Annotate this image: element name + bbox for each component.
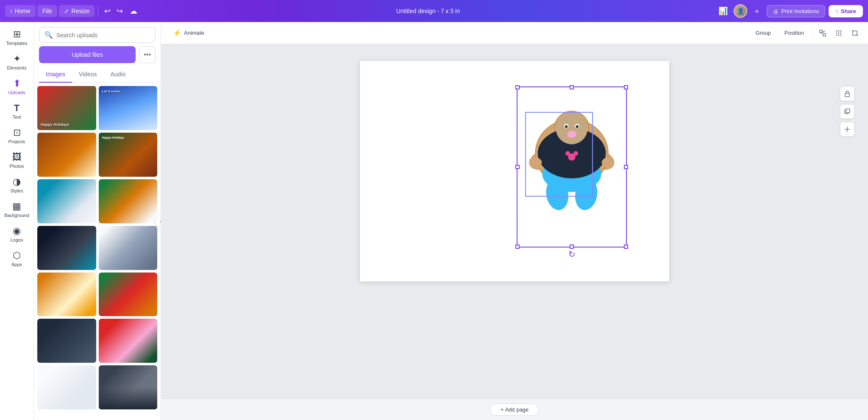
svg-point-29 (556, 112, 588, 144)
add-collaborator-button[interactable]: ＋ (751, 3, 763, 19)
animate-button[interactable]: ⚡ Animate (168, 26, 209, 39)
position-button[interactable]: Position (779, 27, 809, 39)
photos-icon: 🖼 (12, 153, 22, 162)
toolbar-right: Group Position (751, 27, 861, 39)
svg-rect-11 (845, 93, 849, 97)
undo-redo-group: ↩ ↪ (102, 4, 125, 18)
sidebar-item-projects[interactable]: ⊡ Projects (0, 124, 33, 148)
crop-icon (851, 29, 859, 37)
upload-thumbnail-13[interactable] (37, 365, 96, 409)
duplicate-button[interactable] (840, 104, 854, 119)
upload-thumbnail-8[interactable] (99, 226, 158, 270)
background-label: Background (4, 213, 29, 218)
upload-files-button[interactable]: Upload files (39, 46, 136, 63)
home-label: Home (15, 8, 31, 14)
crop-icon-button[interactable] (849, 27, 861, 39)
resize-button[interactable]: ⤢ Resize (59, 5, 95, 17)
lock-icon (844, 90, 851, 97)
design-title-area: Untitled design - 7 x 5 in (396, 8, 460, 14)
group-button[interactable]: Group (751, 27, 776, 39)
sidebar-item-uploads[interactable]: ⬆ Uploads (0, 75, 33, 99)
upload-thumbnail-7[interactable] (37, 226, 96, 270)
cloud-save-button[interactable]: ☁ (127, 4, 140, 18)
undo-button[interactable]: ↩ (102, 4, 113, 18)
upload-thumbnail-14[interactable] (99, 365, 158, 409)
templates-label: Templates (6, 41, 27, 46)
upload-thumbnail-12[interactable] (99, 319, 158, 363)
search-input[interactable] (56, 32, 150, 39)
svg-point-10 (840, 34, 842, 36)
tab-audio[interactable]: Audio (103, 67, 132, 83)
text-label: Text (12, 114, 21, 120)
uploads-panel: 🔍 Upload files ••• Images Videos Audio (34, 22, 161, 420)
upload-thumbnail-11[interactable] (37, 319, 96, 363)
thumb-content-2: Let it snow... (99, 86, 158, 130)
upload-thumbnail-10[interactable] (99, 273, 158, 317)
cookie-element[interactable] (517, 87, 626, 247)
apps-icon: ⬡ (13, 251, 21, 260)
sidebar-item-photos[interactable]: 🖼 Photos (0, 148, 33, 173)
canvas-page[interactable]: ↻ (360, 61, 669, 281)
upload-thumbnail-4[interactable]: Happy Holidays (99, 133, 158, 177)
tab-images[interactable]: Images (39, 67, 72, 83)
svg-point-5 (836, 32, 837, 33)
search-icon: 🔍 (45, 31, 53, 39)
thumb-content-10 (99, 273, 158, 317)
share-icon: ↑ (835, 8, 838, 14)
search-box[interactable]: 🔍 (39, 27, 156, 43)
add-page-button[interactable]: + Add page (490, 403, 539, 416)
home-chevron-icon: ‹ (10, 8, 12, 14)
svg-point-34 (567, 131, 576, 138)
svg-point-35 (531, 158, 542, 167)
svg-point-7 (840, 32, 842, 33)
thumb-content-13 (37, 365, 96, 409)
add-icon (844, 126, 851, 133)
share-button[interactable]: ↑ Share (829, 5, 863, 17)
user-avatar[interactable]: 👤 (734, 4, 747, 18)
svg-point-2 (836, 30, 837, 31)
sidebar-item-templates[interactable]: ⊞ Templates (0, 25, 33, 50)
animate-label: Animate (184, 30, 204, 36)
sidebar-item-background[interactable]: ▦ Background (0, 197, 33, 222)
uploads-icon: ⬆ (13, 79, 21, 88)
animate-icon: ⚡ (173, 29, 181, 37)
sidebar-item-styles[interactable]: ◑ Styles (0, 173, 33, 197)
sidebar-icons: ⊞ Templates ✦ Elements ⬆ Uploads T Text … (0, 22, 34, 420)
tab-videos[interactable]: Videos (72, 67, 104, 83)
logos-label: Logos (11, 237, 23, 242)
file-button[interactable]: File (37, 5, 57, 17)
upload-thumbnail-6[interactable] (99, 179, 158, 223)
svg-rect-1 (823, 33, 826, 36)
design-title: Untitled design - 7 x 5 in (396, 8, 460, 14)
thumb-content-4: Happy Holidays (99, 133, 158, 177)
dots-grid-icon-button[interactable] (832, 27, 845, 39)
rotate-handle[interactable]: ↻ (568, 249, 576, 259)
arrange-icon-button[interactable] (816, 27, 829, 39)
sidebar-item-elements[interactable]: ✦ Elements (0, 50, 33, 75)
sidebar-item-logos[interactable]: ◉ Logos (0, 222, 33, 247)
canvas-scroll[interactable]: ↻ (161, 44, 868, 399)
lock-button[interactable] (840, 86, 854, 101)
upload-btn-label: Upload files (72, 51, 103, 58)
canvas-toolbar: ⚡ Animate Group Position (161, 22, 868, 44)
thumb-content-9 (37, 273, 96, 317)
upload-thumbnail-3[interactable] (37, 133, 96, 177)
upload-thumbnail-2[interactable]: Let it snow... (99, 86, 158, 130)
upload-more-button[interactable]: ••• (139, 46, 156, 63)
analytics-button[interactable]: 📊 (716, 4, 730, 18)
add-element-button[interactable] (840, 122, 854, 136)
svg-point-32 (565, 125, 568, 128)
print-invitations-button[interactable]: 🖨 Print Invitations (767, 5, 825, 17)
upload-thumbnail-5[interactable] (37, 179, 96, 223)
redo-button[interactable]: ↪ (114, 4, 125, 18)
home-button[interactable]: ‹ Home (5, 5, 36, 17)
svg-point-36 (602, 158, 613, 167)
sidebar-item-apps[interactable]: ⬡ Apps (0, 247, 33, 271)
resize-label: Resize (72, 8, 90, 14)
upload-thumbnail-1[interactable]: Happy Holidays (37, 86, 96, 130)
svg-point-33 (576, 125, 579, 128)
upload-thumbnail-9[interactable] (37, 273, 96, 317)
sidebar-item-text[interactable]: T Text (0, 99, 33, 124)
videos-tab-label: Videos (79, 71, 97, 78)
uploads-label: Uploads (8, 90, 25, 95)
